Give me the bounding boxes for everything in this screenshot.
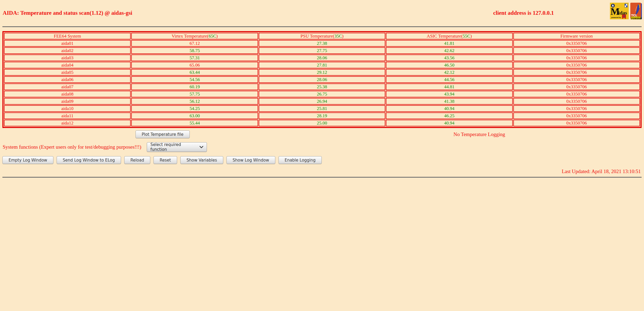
firmware-version-cell: 0x3350706 — [513, 91, 640, 97]
column-header-asic-temperature: ASIC Temperature(55C) — [386, 33, 513, 39]
bottom-divider — [2, 177, 642, 178]
virtex-temperature-cell: 63.00 — [131, 112, 258, 119]
top-divider — [2, 26, 642, 27]
firmware-version-cell: 0x3350706 — [513, 69, 640, 76]
asic-temperature-cell: 42.62 — [386, 47, 513, 54]
asic-temperature-cell: 43.94 — [386, 91, 513, 97]
virtex-temperature-cell: 60.19 — [131, 83, 258, 90]
midas-logo[interactable]: M idas powered by — [610, 3, 629, 19]
reload-button[interactable]: Reload — [124, 156, 150, 164]
psu-temperature-cell: 25.00 — [259, 120, 385, 126]
psu-temperature-cell: 26.75 — [259, 91, 385, 97]
fee64-system-cell: aida04 — [4, 62, 131, 68]
temperature-table-container: FEE64 System Virtex Temperature(65C) PSU… — [2, 31, 642, 128]
firmware-version-cell: 0x3350706 — [513, 47, 640, 54]
last-updated-text: Last Updated: April 18, 2021 13:10:51 — [0, 169, 641, 174]
log-button-bar: Empty Log Window Send Log Window to ELog… — [2, 156, 644, 164]
virtex-temperature-cell: 55.44 — [131, 120, 258, 126]
virtex-temperature-cell: 65.06 — [131, 62, 258, 68]
firmware-version-cell: 0x3350706 — [513, 62, 640, 68]
psu-temperature-cell: 26.94 — [259, 98, 385, 105]
asic-temperature-cell: 44.56 — [386, 76, 513, 83]
temperature-table-body: aida0167.1227.3841.810x3350706aida0258.7… — [4, 40, 640, 126]
table-header-row: FEE64 System Virtex Temperature(65C) PSU… — [4, 33, 640, 39]
firmware-version-cell: 0x3350706 — [513, 76, 640, 83]
page-header: AIDA: Temperature and status scan(1.12) … — [0, 0, 644, 26]
virtex-temperature-cell: 57.31 — [131, 54, 258, 61]
reset-button[interactable]: Reset — [153, 156, 177, 164]
asic-temperature-cell: 44.81 — [386, 83, 513, 90]
psu-temperature-cell: 28.06 — [259, 76, 385, 83]
fee64-system-cell: aida02 — [4, 47, 131, 54]
firmware-version-cell: 0x3350706 — [513, 120, 640, 126]
table-row: aida0167.1227.3841.810x3350706 — [4, 40, 640, 47]
table-row: aida0654.5628.0644.560x3350706 — [4, 76, 640, 83]
show-log-window-button[interactable]: Show Log Window — [226, 156, 275, 164]
plot-row: Plot Temperature file No Temperature Log… — [0, 128, 644, 141]
column-header-fee64-system: FEE64 System — [4, 33, 131, 39]
svg-text:POWERED: POWERED — [631, 17, 642, 20]
firmware-version-cell: 0x3350706 — [513, 83, 640, 90]
asic-temperature-cell: 40.94 — [386, 120, 513, 126]
fee64-system-cell: aida01 — [4, 40, 131, 47]
firmware-version-cell: 0x3350706 — [513, 40, 640, 47]
svg-text:powered by: powered by — [611, 17, 621, 19]
system-functions-label: System functions (Expert users only for … — [3, 144, 141, 150]
psu-temperature-cell: 28.19 — [259, 112, 385, 119]
table-row: aida0258.7527.7542.620x3350706 — [4, 47, 640, 54]
fee64-system-cell: aida09 — [4, 98, 131, 105]
show-variables-button[interactable]: Show Variables — [180, 156, 223, 164]
psu-temperature-cell: 28.06 — [259, 54, 385, 61]
table-row: aida0465.0627.8146.500x3350706 — [4, 62, 640, 68]
column-header-firmware-version: Firmware version — [513, 33, 640, 39]
asic-temperature-cell: 46.50 — [386, 62, 513, 68]
virtex-temperature-cell: 57.75 — [131, 91, 258, 97]
table-row: aida0357.3128.0643.560x3350706 — [4, 54, 640, 61]
asic-temperature-cell: 41.38 — [386, 98, 513, 105]
system-functions-row: System functions (Expert users only for … — [3, 141, 644, 153]
temperature-table: FEE64 System Virtex Temperature(65C) PSU… — [2, 31, 642, 128]
table-row: aida1163.0028.1946.250x3350706 — [4, 112, 640, 119]
table-row: aida0956.1226.9441.380x3350706 — [4, 98, 640, 105]
psu-temperature-cell: 25.81 — [259, 105, 385, 112]
virtex-temperature-cell: 67.12 — [131, 40, 258, 47]
table-row: aida0857.7526.7543.940x3350706 — [4, 91, 640, 97]
client-address-text: client address is 127.0.0.1 — [493, 10, 554, 16]
asic-temperature-cell: 46.25 — [386, 112, 513, 119]
firmware-version-cell: 0x3350706 — [513, 98, 640, 105]
virtex-temperature-cell: 58.75 — [131, 47, 258, 54]
table-row: aida0760.1925.3844.810x3350706 — [4, 83, 640, 90]
psu-temperature-cell: 29.12 — [259, 69, 385, 76]
asic-temperature-cell: 40.94 — [386, 105, 513, 112]
fee64-system-cell: aida06 — [4, 76, 131, 83]
virtex-temperature-cell: 63.44 — [131, 69, 258, 76]
send-log-to-elog-button[interactable]: Send Log Window to ELog — [57, 156, 121, 164]
psu-temperature-cell: 27.81 — [259, 62, 385, 68]
firmware-version-cell: 0x3350706 — [513, 112, 640, 119]
enable-logging-button[interactable]: Enable Logging — [279, 156, 322, 164]
psu-temperature-cell: 27.38 — [259, 40, 385, 47]
fee64-system-cell: aida12 — [4, 120, 131, 126]
firmware-version-cell: 0x3350706 — [513, 54, 640, 61]
function-select[interactable]: Select required function — [147, 142, 207, 152]
column-header-virtex-temperature: Virtex Temperature(65C) — [131, 33, 258, 39]
tcl-powered-logo[interactable]: TCL POWERED — [630, 3, 642, 20]
fee64-system-cell: aida08 — [4, 91, 131, 97]
plot-temperature-file-button[interactable]: Plot Temperature file — [136, 130, 190, 138]
asic-temperature-cell: 41.81 — [386, 40, 513, 47]
virtex-temperature-cell: 56.12 — [131, 98, 258, 105]
asic-temperature-cell: 43.56 — [386, 54, 513, 61]
fee64-system-cell: aida07 — [4, 83, 131, 90]
empty-log-window-button[interactable]: Empty Log Window — [2, 156, 53, 164]
temperature-logging-status: No Temperature Logging — [453, 131, 505, 137]
firmware-version-cell: 0x3350706 — [513, 105, 640, 112]
table-row: aida1255.4425.0040.940x3350706 — [4, 120, 640, 126]
fee64-system-cell: aida11 — [4, 112, 131, 119]
page-title: AIDA: Temperature and status scan(1.12) … — [3, 10, 132, 16]
fee64-system-cell: aida05 — [4, 69, 131, 76]
table-row: aida1054.2525.8140.940x3350706 — [4, 105, 640, 112]
chevron-down-icon — [199, 146, 203, 148]
column-header-psu-temperature: PSU Temperature(35C) — [259, 33, 385, 39]
table-row: aida0563.4429.1242.120x3350706 — [4, 69, 640, 76]
psu-temperature-cell: 25.38 — [259, 83, 385, 90]
